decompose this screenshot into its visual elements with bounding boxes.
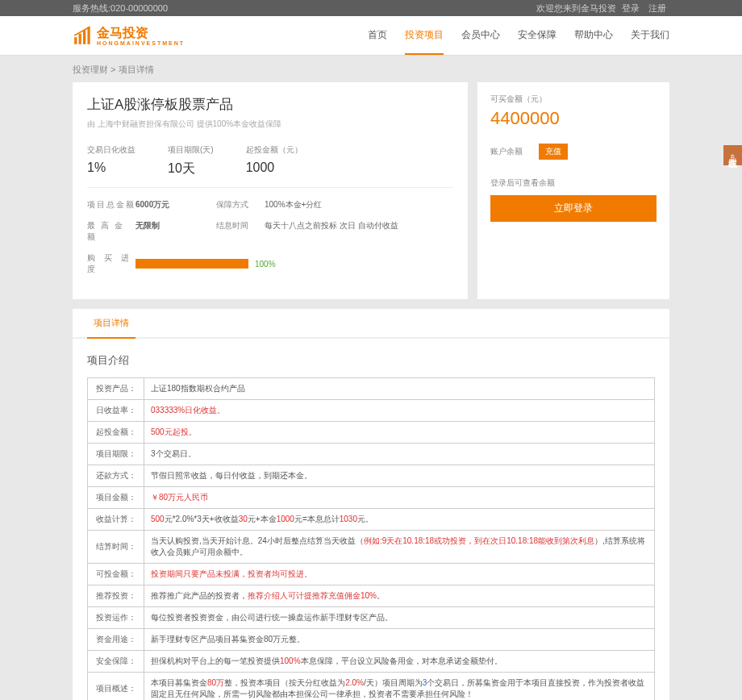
logo[interactable]: 金马投资HONGMAINVESTMENT	[73, 25, 185, 46]
stat1-val: 1%	[87, 160, 135, 175]
row-key: 日收益率：	[88, 400, 144, 422]
table-row: 投资产品：上证180指数期权合约产品	[88, 378, 655, 400]
row-key: 投资产品：	[88, 378, 144, 400]
row-key: 项目期限：	[88, 444, 144, 465]
nav-invest[interactable]: 投资项目	[405, 17, 444, 55]
progress-bar	[135, 259, 248, 269]
row-val: 500元*2.0%*3天+收收益30元+本金1000元=本息总计1030元。	[144, 509, 655, 531]
r1l: 项目总金额	[87, 199, 135, 210]
nav-home[interactable]: 首页	[368, 17, 387, 55]
r1v: 6000万元	[135, 199, 216, 210]
row-key: 资金用途：	[88, 629, 144, 651]
row-key: 投资运作：	[88, 607, 144, 629]
row-val: 3个交易日。	[144, 444, 655, 465]
main-nav: 首页 投资项目 会员中心 安全保障 帮助中心 关于我们	[368, 17, 669, 55]
stat1-label: 交易日化收益	[87, 144, 135, 156]
stat3-val: 1000	[246, 160, 302, 175]
stat2-val: 10天	[168, 160, 214, 177]
row-key: 收益计算：	[88, 509, 144, 531]
row-key: 还款方式：	[88, 465, 144, 487]
prog-label: 购 买 进 度	[87, 252, 135, 275]
table-row: 可投金额：投资期间只要产品未投满，投资者均可投进。	[88, 564, 655, 585]
stat3-label: 起投金额（元）	[246, 144, 302, 156]
r2v: 无限制	[135, 220, 216, 243]
r1l2: 保障方式	[216, 199, 265, 210]
login-link[interactable]: 登录	[622, 3, 640, 13]
row-key: 可投金额：	[88, 564, 144, 585]
row-val: 当天认购投资,当天开始计息。24小时后整点结算当天收益（例如:9天在10.18:…	[144, 531, 655, 564]
table-row: 起投金额：500元起投。	[88, 422, 655, 444]
row-key: 项目金额：	[88, 487, 144, 509]
table-row: 收益计算：500元*2.0%*3天+收收益30元+本金1000元=本息总计103…	[88, 509, 655, 531]
row-val: 上证180指数期权合约产品	[144, 378, 655, 400]
table-row: 日收益率：033333%日化收益。	[88, 400, 655, 422]
row-val: 节假日照常收益，每日付收益，到期还本金。	[144, 465, 655, 487]
nav-help[interactable]: 帮助中心	[574, 17, 613, 55]
row-val: 500元起投。	[144, 422, 655, 444]
row-val: 投资期间只要产品未投满，投资者均可投进。	[144, 564, 655, 585]
detail-table: 投资产品：上证180指数期权合约产品日收益率：033333%日化收益。起投金额：…	[87, 377, 655, 700]
welcome-text: 欢迎您来到金马投资	[536, 3, 616, 13]
avail-label: 可买金额（元）	[490, 94, 657, 105]
login-tip: 登录后可查看余额	[490, 177, 657, 189]
row-val: 每位投资者投资资金，由公司进行统一操盘运作新手理财专区产品。	[144, 607, 655, 629]
r2v2: 每天十八点之前投标 次日 自动付收益	[265, 220, 398, 243]
table-row: 还款方式：节假日照常收益，每日付收益，到期还本金。	[88, 465, 655, 487]
login-now-button[interactable]: 立即登录	[490, 195, 657, 222]
breadcrumb-leaf: 项目详情	[119, 65, 154, 74]
r2l: 最 高 金 额	[87, 220, 135, 243]
row-val: ￥80万元人民币	[144, 487, 655, 509]
chart-icon	[73, 25, 94, 46]
row-key: 结算时间：	[88, 531, 144, 564]
table-row: 项目概述：本项目募集资金80万整，投资本项目（按天分红收益为2.0%/天）项目周…	[88, 673, 655, 701]
row-key: 安全保障：	[88, 651, 144, 673]
table-row: 推荐投资：推荐推广此产品的投资者，推荐介绍人可计提推荐充值佣金10%。	[88, 585, 655, 607]
online-service-floater[interactable]: 在线客服 «	[723, 145, 742, 165]
avail-amount: 4400000	[490, 108, 657, 129]
section-title: 项目介绍	[87, 353, 655, 368]
row-key: 起投金额：	[88, 422, 144, 444]
row-val: 本项目募集资金80万整，投资本项目（按天分红收益为2.0%/天）项目周期为3个交…	[144, 673, 655, 701]
prog-pct: 100%	[255, 260, 276, 269]
table-row: 资金用途：新手理财专区产品项目募集资金80万元整。	[88, 629, 655, 651]
r1v2: 100%本金+分红	[265, 199, 322, 210]
hotline-text: 服务热线:020-00000000	[73, 0, 168, 16]
nav-about[interactable]: 关于我们	[631, 17, 669, 55]
recharge-button[interactable]: 充值	[539, 144, 568, 160]
balance-label: 账户余额	[490, 146, 523, 157]
product-subtitle: 由 上海中财融资担保有限公司 提供100%本金收益保障	[87, 119, 453, 130]
table-row: 项目期限：3个交易日。	[88, 444, 655, 465]
svg-rect-1	[79, 34, 81, 44]
stat2-label: 项目期限(天)	[168, 144, 214, 156]
row-key: 项目概述：	[88, 673, 144, 701]
breadcrumb: 投资理财 > 项目详情	[73, 56, 669, 82]
logo-name: 金马投资	[97, 25, 185, 42]
svg-rect-0	[74, 37, 77, 44]
table-row: 投资运作：每位投资者投资资金，由公司进行统一操盘运作新手理财专区产品。	[88, 607, 655, 629]
product-title: 上证A股涨停板股票产品	[87, 95, 453, 114]
row-val: 新手理财专区产品项目募集资金80万元整。	[144, 629, 655, 651]
nav-security[interactable]: 安全保障	[518, 17, 556, 55]
svg-rect-3	[87, 27, 90, 44]
svg-rect-2	[83, 31, 85, 44]
nav-member[interactable]: 会员中心	[461, 17, 500, 55]
r2l2: 结息时间	[216, 220, 265, 243]
table-row: 结算时间：当天认购投资,当天开始计息。24小时后整点结算当天收益（例如:9天在1…	[88, 531, 655, 564]
table-row: 安全保障：担保机构对平台上的每一笔投资提供100%本息保障，平台设立风险备用金，…	[88, 651, 655, 673]
breadcrumb-root[interactable]: 投资理财	[73, 65, 108, 74]
table-row: 项目金额：￥80万元人民币	[88, 487, 655, 509]
register-link[interactable]: 注册	[648, 3, 666, 13]
logo-sub: HONGMAINVESTMENT	[97, 40, 185, 46]
row-val: 033333%日化收益。	[144, 400, 655, 422]
row-val: 推荐推广此产品的投资者，推荐介绍人可计提推荐充值佣金10%。	[144, 585, 655, 607]
row-val: 担保机构对平台上的每一笔投资提供100%本息保障，平台设立风险备用金，对本息承诺…	[144, 651, 655, 673]
row-key: 推荐投资：	[88, 585, 144, 607]
tab-detail[interactable]: 项目详情	[87, 309, 135, 339]
